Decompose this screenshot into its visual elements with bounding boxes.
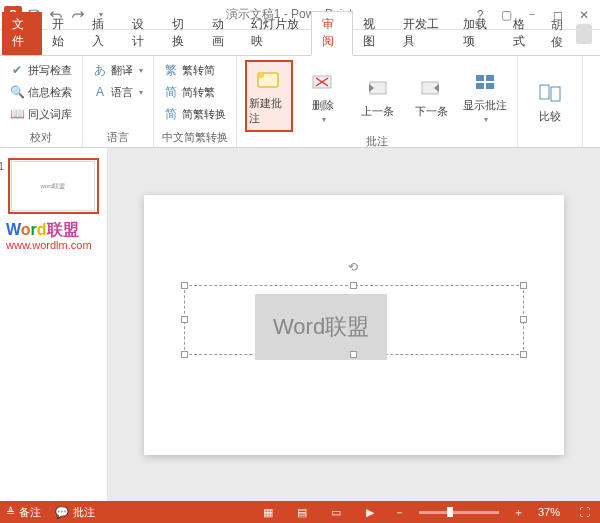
watermark: Word联盟 www.wordlm.com: [6, 220, 92, 251]
text-box[interactable]: ⟲ Word联盟: [184, 285, 524, 355]
svg-rect-10: [551, 87, 560, 101]
tab-addin[interactable]: 加载项: [453, 12, 503, 55]
s2t-icon: 简: [164, 85, 178, 99]
simp-to-trad-button[interactable]: 简简转繁: [162, 82, 228, 102]
comments-toggle[interactable]: 💬 批注: [55, 505, 95, 520]
tab-home[interactable]: 开始: [42, 12, 82, 55]
thumbnail-pane[interactable]: 1 word联盟 Word联盟 www.wordlm.com: [0, 148, 108, 501]
compare-icon: [536, 79, 564, 107]
translate-button[interactable]: あ翻译: [91, 60, 145, 80]
spelling-button[interactable]: ✔拼写检查: [8, 60, 74, 80]
tab-file[interactable]: 文件: [2, 12, 42, 55]
fit-window-button[interactable]: ⛶: [574, 504, 594, 520]
username-text: 胡俊: [551, 17, 570, 51]
show-comments-icon: [471, 68, 499, 96]
convert-icon: 简: [164, 107, 178, 121]
zoom-level[interactable]: 37%: [538, 506, 560, 518]
account-name[interactable]: 胡俊: [543, 13, 600, 55]
rotate-handle[interactable]: ⟲: [348, 260, 360, 272]
translate-icon: あ: [93, 63, 107, 77]
new-comment-icon: [255, 66, 283, 94]
tab-design[interactable]: 设计: [122, 12, 162, 55]
zoom-slider[interactable]: [419, 511, 499, 514]
group-label: 校对: [8, 130, 74, 145]
prev-comment-button[interactable]: 上一条: [353, 60, 401, 132]
compare-button[interactable]: 比较: [526, 60, 574, 143]
resize-handle[interactable]: [350, 351, 357, 358]
status-bar: ≜ 备注 💬 批注 ▦ ▤ ▭ ▶ － ＋ 37% ⛶: [0, 501, 600, 523]
group-compare: 比较: [518, 56, 583, 147]
group-label: 中文简繁转换: [162, 130, 228, 145]
convert-button[interactable]: 简简繁转换: [162, 104, 228, 124]
research-button[interactable]: 🔍信息检索: [8, 82, 74, 102]
group-comments: 新建批注 删除 上一条 下一条 显示批注 批注: [237, 56, 518, 147]
thumb-preview: word联盟: [11, 161, 95, 211]
tab-transition[interactable]: 切换: [162, 12, 202, 55]
slide-thumbnail[interactable]: 1 word联盟: [8, 158, 99, 214]
zoom-out-button[interactable]: －: [394, 505, 405, 520]
resize-handle[interactable]: [181, 316, 188, 323]
ribbon: ✔拼写检查 🔍信息检索 📖同义词库 校对 あ翻译 A语言 语言 繁繁转简 简简转…: [0, 56, 600, 148]
svg-rect-5: [476, 75, 484, 81]
research-icon: 🔍: [10, 85, 24, 99]
delete-comment-icon: [309, 68, 337, 96]
resize-handle[interactable]: [520, 282, 527, 289]
resize-handle[interactable]: [520, 316, 527, 323]
tab-animation[interactable]: 动画: [202, 12, 242, 55]
group-chinese: 繁繁转简 简简转繁 简简繁转换 中文简繁转换: [154, 56, 237, 147]
next-comment-button[interactable]: 下一条: [407, 60, 455, 132]
resize-handle[interactable]: [181, 351, 188, 358]
group-label: 批注: [245, 134, 509, 149]
slideshow-view-button[interactable]: ▶: [360, 504, 380, 520]
svg-rect-9: [540, 85, 549, 99]
tab-format[interactable]: 格式: [503, 12, 543, 55]
prev-comment-icon: [363, 74, 391, 102]
resize-handle[interactable]: [520, 351, 527, 358]
thesaurus-button[interactable]: 📖同义词库: [8, 104, 74, 124]
group-proofing: ✔拼写检查 🔍信息检索 📖同义词库 校对: [0, 56, 83, 147]
svg-rect-8: [486, 83, 494, 89]
tab-slideshow[interactable]: 幻灯片放映: [241, 12, 311, 55]
thesaurus-icon: 📖: [10, 107, 24, 121]
group-language: あ翻译 A语言 语言: [83, 56, 154, 147]
workspace: 1 word联盟 Word联盟 www.wordlm.com ⟲ Word联盟: [0, 148, 600, 501]
resize-handle[interactable]: [350, 282, 357, 289]
tab-developer[interactable]: 开发工具: [393, 12, 453, 55]
tab-view[interactable]: 视图: [353, 12, 393, 55]
language-icon: A: [93, 85, 107, 99]
notes-toggle[interactable]: ≜ 备注: [6, 505, 41, 520]
reading-view-button[interactable]: ▭: [326, 504, 346, 520]
resize-handle[interactable]: [181, 282, 188, 289]
ribbon-tabs: 文件 开始 插入 设计 切换 动画 幻灯片放映 审阅 视图 开发工具 加载项 格…: [0, 30, 600, 56]
slide[interactable]: ⟲ Word联盟: [144, 195, 564, 455]
svg-rect-7: [476, 83, 484, 89]
language-button[interactable]: A语言: [91, 82, 145, 102]
tab-review[interactable]: 审阅: [311, 11, 353, 56]
spelling-icon: ✔: [10, 63, 24, 77]
watermark-url: www.wordlm.com: [6, 239, 92, 251]
trad-to-simp-button[interactable]: 繁繁转简: [162, 60, 228, 80]
svg-rect-6: [486, 75, 494, 81]
avatar: [576, 24, 592, 44]
t2s-icon: 繁: [164, 63, 178, 77]
zoom-knob[interactable]: [447, 507, 453, 517]
next-comment-icon: [417, 74, 445, 102]
show-comments-button[interactable]: 显示批注: [461, 60, 509, 132]
slide-canvas[interactable]: ⟲ Word联盟: [108, 148, 600, 501]
textbox-content[interactable]: Word联盟: [255, 294, 387, 360]
tab-insert[interactable]: 插入: [82, 12, 122, 55]
delete-comment-button[interactable]: 删除: [299, 60, 347, 132]
group-label: 语言: [91, 130, 145, 145]
thumb-number: 1: [0, 160, 4, 172]
sorter-view-button[interactable]: ▤: [292, 504, 312, 520]
new-comment-button[interactable]: 新建批注: [245, 60, 293, 132]
svg-point-1: [258, 72, 264, 78]
zoom-in-button[interactable]: ＋: [513, 505, 524, 520]
normal-view-button[interactable]: ▦: [258, 504, 278, 520]
